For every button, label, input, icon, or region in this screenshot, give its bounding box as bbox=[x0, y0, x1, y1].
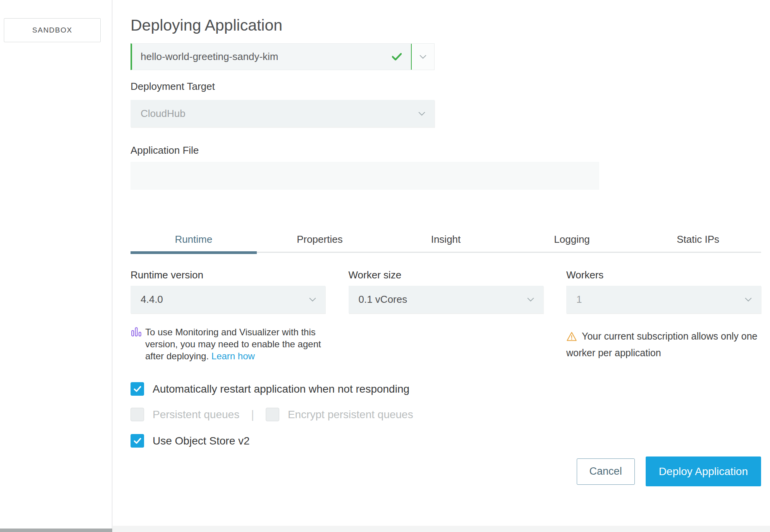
page-title: Deploying Application bbox=[131, 15, 761, 35]
vertical-divider: | bbox=[251, 408, 254, 421]
tab-properties[interactable]: Properties bbox=[257, 233, 383, 252]
page-bottom-strip bbox=[113, 526, 770, 532]
encrypt-persistent-queues-checkbox[interactable] bbox=[266, 408, 279, 421]
app-name-input[interactable]: hello-world-greeting-sandy-kim bbox=[132, 44, 412, 70]
workers-group: Workers 1 Your current subscription bbox=[566, 269, 761, 362]
runtime-version-label: Runtime version bbox=[131, 269, 325, 281]
workers-value: 1 bbox=[576, 293, 582, 305]
auto-restart-row: Automatically restart application when n… bbox=[131, 382, 761, 396]
tab-logging[interactable]: Logging bbox=[509, 233, 635, 252]
chevron-down-icon bbox=[309, 297, 316, 302]
object-store-row: Use Object Store v2 bbox=[131, 434, 761, 448]
workers-label: Workers bbox=[566, 269, 761, 281]
runtime-version-value: 4.4.0 bbox=[141, 293, 163, 305]
app-name-field[interactable]: hello-world-greeting-sandy-kim bbox=[131, 43, 435, 70]
worker-size-select[interactable]: 0.1 vCores bbox=[349, 286, 543, 313]
monitoring-equalizer-icon bbox=[131, 327, 141, 338]
persistent-queues-checkbox[interactable] bbox=[131, 408, 144, 421]
application-file-label: Application File bbox=[131, 144, 761, 156]
sidebar: SANDBOX bbox=[0, 0, 112, 532]
deployment-target-select[interactable]: CloudHub bbox=[131, 100, 435, 127]
workers-warning: Your current subscription allows only on… bbox=[566, 329, 768, 360]
monitoring-note-text-block: To use Monitoring and Visualizer with th… bbox=[145, 326, 325, 362]
use-object-store-v2-checkbox[interactable] bbox=[131, 434, 144, 448]
deployment-target-label: Deployment Target bbox=[131, 80, 761, 93]
worker-size-label: Worker size bbox=[349, 269, 543, 281]
app-name-dropdown-button[interactable] bbox=[412, 44, 434, 70]
runtime-options: Automatically restart application when n… bbox=[131, 382, 761, 448]
tab-static-ips[interactable]: Static IPs bbox=[635, 233, 761, 252]
tab-runtime[interactable]: Runtime bbox=[131, 233, 257, 252]
chevron-down-icon bbox=[419, 55, 426, 59]
chevron-down-icon bbox=[745, 297, 752, 302]
success-check-icon bbox=[392, 53, 402, 60]
monitoring-note: To use Monitoring and Visualizer with th… bbox=[131, 326, 325, 362]
app-name-value: hello-world-greeting-sandy-kim bbox=[141, 51, 392, 63]
persistent-queues-label: Persistent queues bbox=[153, 408, 239, 421]
deploy-application-page: SANDBOX Deploying Application hello-worl… bbox=[0, 0, 770, 532]
worker-size-group: Worker size 0.1 vCores bbox=[349, 269, 543, 362]
chevron-down-icon bbox=[418, 112, 425, 116]
application-file-input[interactable] bbox=[131, 162, 599, 190]
deploy-application-button[interactable]: Deploy Application bbox=[646, 456, 761, 486]
persistent-queues-row: Persistent queues | Encrypt persistent q… bbox=[131, 408, 761, 421]
main-content: Deploying Application hello-world-greeti… bbox=[113, 0, 770, 526]
sandbox-environment-button[interactable]: SANDBOX bbox=[4, 18, 101, 42]
runtime-version-select[interactable]: 4.4.0 bbox=[131, 286, 325, 313]
auto-restart-label: Automatically restart application when n… bbox=[153, 383, 409, 395]
environment-label: SANDBOX bbox=[32, 26, 72, 34]
use-object-store-v2-label: Use Object Store v2 bbox=[153, 435, 250, 447]
deployment-target-value: CloudHub bbox=[141, 108, 186, 120]
settings-tabs: Runtime Properties Insight Logging Stati… bbox=[131, 233, 761, 253]
encrypt-persistent-queues-label: Encrypt persistent queues bbox=[288, 408, 413, 421]
runtime-version-group: Runtime version 4.4.0 bbox=[131, 269, 325, 362]
auto-restart-checkbox[interactable] bbox=[131, 382, 144, 396]
workers-select[interactable]: 1 bbox=[566, 286, 761, 313]
action-buttons: Cancel Deploy Application bbox=[131, 456, 761, 486]
learn-how-link[interactable]: Learn how bbox=[211, 351, 255, 361]
tab-insight[interactable]: Insight bbox=[383, 233, 509, 252]
cancel-button[interactable]: Cancel bbox=[577, 458, 635, 485]
warning-triangle-icon bbox=[566, 331, 577, 345]
worker-size-value: 0.1 vCores bbox=[359, 293, 407, 305]
sidebar-bottom-bar bbox=[0, 529, 112, 532]
chevron-down-icon bbox=[527, 297, 534, 302]
runtime-settings-row: Runtime version 4.4.0 bbox=[131, 269, 761, 362]
workers-warning-text: Your current subscription allows only on… bbox=[566, 331, 758, 358]
